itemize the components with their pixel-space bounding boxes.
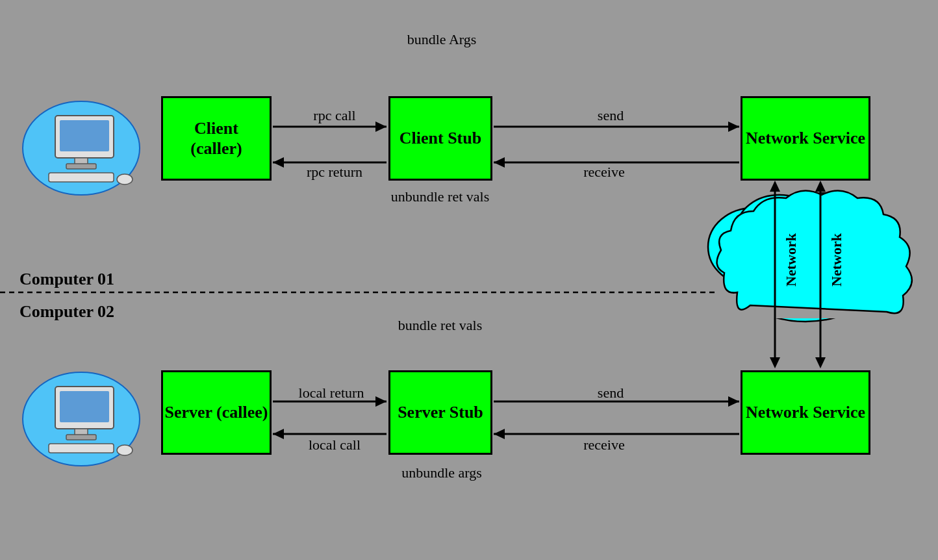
svg-point-4 <box>786 193 864 255</box>
server-stub-label: Server Stub <box>398 402 483 422</box>
svg-rect-5 <box>721 279 903 318</box>
svg-marker-11 <box>815 181 826 192</box>
rpc-call-label: rpc call <box>292 107 377 124</box>
unbundle-args-bottom-label: unbundle args <box>393 465 490 481</box>
svg-marker-20 <box>494 157 505 168</box>
svg-marker-18 <box>728 121 739 132</box>
network-cloud-2 <box>717 191 912 314</box>
svg-marker-26 <box>728 396 739 407</box>
network-service-bottom-box: Network Service <box>741 370 870 455</box>
receive-top-label: receive <box>565 164 643 181</box>
svg-rect-32 <box>60 120 109 151</box>
network-service-top-box: Network Service <box>741 96 870 181</box>
svg-marker-14 <box>375 121 387 132</box>
svg-marker-16 <box>273 157 284 168</box>
network-service-bottom-label: Network Service <box>746 402 865 422</box>
server-callee-box: Server (callee) <box>161 370 272 455</box>
network-cloud <box>708 193 903 322</box>
computer-icon-bottom <box>19 367 143 465</box>
client-stub-label: Client Stub <box>399 128 481 148</box>
svg-point-2 <box>809 206 893 281</box>
svg-marker-28 <box>494 429 505 439</box>
svg-rect-34 <box>66 164 96 169</box>
network-service-top-label: Network Service <box>746 128 865 148</box>
computer-01-label: Computer 01 <box>19 270 114 289</box>
svg-rect-39 <box>60 391 109 422</box>
network-label-right: Network <box>828 233 844 286</box>
svg-point-1 <box>708 208 799 286</box>
diagram-container: Network Network <box>0 0 938 560</box>
svg-marker-8 <box>770 181 780 192</box>
client-caller-label: Client (caller) <box>190 118 242 159</box>
bundle-ret-vals-bottom-label: bundle ret vals <box>383 317 497 334</box>
svg-point-43 <box>117 445 133 455</box>
svg-point-0 <box>721 198 890 322</box>
svg-marker-9 <box>770 357 780 368</box>
network-label-left: Network <box>783 233 799 286</box>
bundle-args-label: bundle Args <box>403 31 481 48</box>
local-call-label: local call <box>286 437 383 453</box>
client-caller-box: Client (caller) <box>161 96 272 181</box>
send-bottom-label: send <box>578 385 643 401</box>
rpc-return-label: rpc return <box>286 164 383 181</box>
receive-bottom-label: receive <box>565 437 643 453</box>
client-stub-box: Client Stub <box>388 96 492 181</box>
send-top-label: send <box>578 107 643 124</box>
svg-rect-42 <box>49 444 114 453</box>
unbundle-ret-vals-top-label: unbundle ret vals <box>383 188 497 205</box>
computer-icon-top <box>19 96 143 194</box>
server-callee-label: Server (callee) <box>164 402 268 422</box>
computer-02-label: Computer 02 <box>19 302 114 322</box>
svg-marker-12 <box>815 357 826 368</box>
svg-point-36 <box>117 174 133 185</box>
server-stub-box: Server Stub <box>388 370 492 455</box>
svg-rect-41 <box>66 435 96 440</box>
svg-rect-35 <box>49 173 114 182</box>
svg-point-3 <box>737 195 822 260</box>
local-return-label: local return <box>279 385 383 401</box>
svg-marker-24 <box>273 429 284 439</box>
